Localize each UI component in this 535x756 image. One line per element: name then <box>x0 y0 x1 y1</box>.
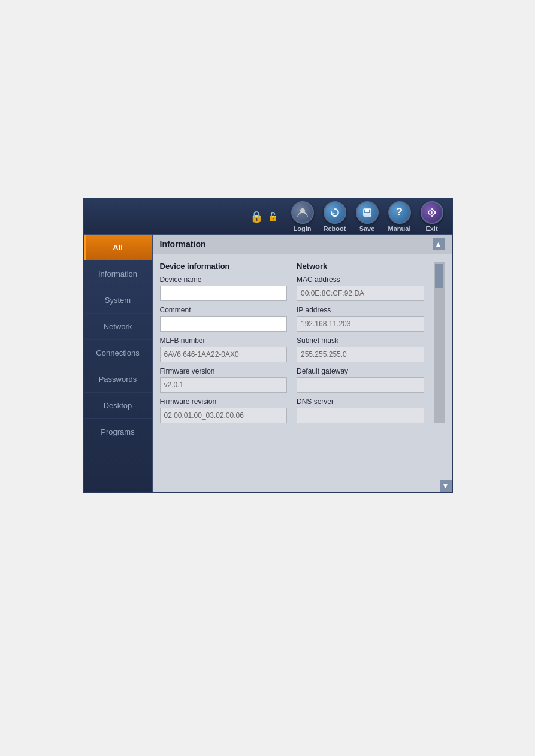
save-icon <box>356 201 379 224</box>
sidebar-item-passwords[interactable]: Passwords <box>84 366 152 393</box>
svg-rect-3 <box>364 213 370 215</box>
page-container: 🔒 🔓 Login Re <box>0 0 535 756</box>
mlfb-input <box>160 347 288 362</box>
firmware-revision-input <box>160 408 288 423</box>
login-icon <box>291 201 314 224</box>
scrollbar <box>434 262 445 423</box>
content-header-title: Information <box>160 239 206 249</box>
dns-label: DNS server <box>297 397 424 406</box>
device-name-label: Device name <box>160 275 288 284</box>
lock-icon: 🔒 <box>250 210 263 223</box>
manual-label: Manual <box>388 225 411 232</box>
comment-label: Comment <box>160 306 288 314</box>
scroll-down-button[interactable]: ▼ <box>440 480 452 492</box>
network-title: Network <box>297 262 424 271</box>
content-body: Device information Device name Comment M… <box>153 254 452 430</box>
sidebar-item-information[interactable]: Information <box>84 261 152 287</box>
svg-rect-2 <box>365 209 369 212</box>
login-button[interactable]: Login <box>288 199 318 235</box>
save-button[interactable]: Save <box>352 199 382 235</box>
firmware-version-label: Firmware version <box>160 367 288 375</box>
toolbar: 🔒 🔓 Login Re <box>84 199 452 235</box>
content-header: Information ▲ <box>153 235 452 254</box>
sidebar-item-connections[interactable]: Connections <box>84 340 152 366</box>
firmware-version-input <box>160 377 288 393</box>
sidebar: All Information System Network Connectio… <box>84 235 153 492</box>
ip-label: IP address <box>297 306 424 314</box>
gateway-label: Default gateway <box>297 367 424 375</box>
main-content: All Information System Network Connectio… <box>84 235 452 492</box>
lock2-icon: 🔓 <box>268 212 278 221</box>
manual-icon: ? <box>388 201 411 224</box>
scroll-up-button[interactable]: ▲ <box>433 238 445 250</box>
sidebar-item-network[interactable]: Network <box>84 314 152 340</box>
network-column: Network MAC address IP address Subnet ma… <box>297 262 424 423</box>
svg-point-4 <box>428 211 432 214</box>
toolbar-spacer: 🔒 🔓 <box>89 210 285 223</box>
dns-input <box>297 408 424 423</box>
exit-label: Exit <box>425 225 437 232</box>
gateway-input <box>297 377 424 393</box>
mac-label: MAC address <box>297 275 424 284</box>
mlfb-label: MLFB number <box>160 336 288 345</box>
sidebar-item-desktop[interactable]: Desktop <box>84 393 152 419</box>
device-info-column: Device information Device name Comment M… <box>160 262 288 423</box>
top-divider <box>36 65 499 65</box>
mac-input <box>297 286 424 301</box>
firmware-revision-label: Firmware revision <box>160 397 288 406</box>
reboot-label: Reboot <box>324 225 346 232</box>
subnet-label: Subnet mask <box>297 336 424 345</box>
sidebar-item-programs[interactable]: Programs <box>84 419 152 445</box>
login-label: Login <box>294 225 312 232</box>
save-label: Save <box>359 225 375 232</box>
subnet-input <box>297 347 424 362</box>
reboot-button[interactable]: Reboot <box>320 199 350 235</box>
comment-input[interactable] <box>160 316 288 332</box>
sidebar-item-system[interactable]: System <box>84 287 152 314</box>
ip-input <box>297 316 424 332</box>
content-panel: Information ▲ Device information Device … <box>153 235 452 492</box>
manual-button[interactable]: ? Manual <box>385 199 415 235</box>
device-name-input[interactable] <box>160 286 288 301</box>
reboot-icon <box>324 201 346 224</box>
scrollbar-thumb[interactable] <box>435 264 443 288</box>
sidebar-item-all[interactable]: All <box>84 235 152 261</box>
app-window: 🔒 🔓 Login Re <box>83 198 453 493</box>
exit-icon <box>421 201 443 224</box>
device-info-title: Device information <box>160 262 288 271</box>
exit-button[interactable]: Exit <box>417 199 447 235</box>
